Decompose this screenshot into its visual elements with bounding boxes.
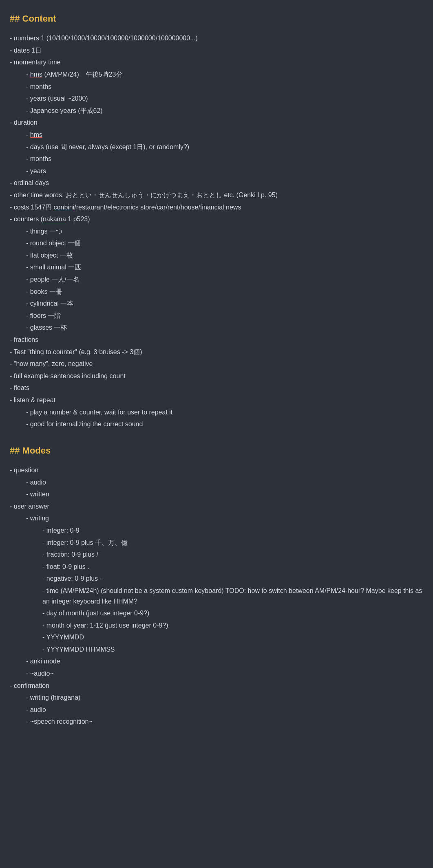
list-item: play a number & counter, wait for user t… xyxy=(10,406,423,419)
bullet xyxy=(10,192,14,198)
bullet xyxy=(10,384,14,391)
content-list: numbers 1 (10/100/1000/10000/100000/1000… xyxy=(10,32,423,430)
bullet xyxy=(26,706,30,713)
bullet xyxy=(26,83,30,90)
item-text: ordinal days xyxy=(14,179,49,186)
item-text: audio xyxy=(30,706,46,713)
modes-section: ## Modes question audio written user ans… xyxy=(10,443,423,728)
bullet xyxy=(10,59,14,66)
bullet xyxy=(26,312,30,319)
item-text: ~speech recognition~ xyxy=(30,718,93,725)
item-text: numbers 1 (10/100/1000/10000/100000/1000… xyxy=(14,35,198,42)
list-item: years xyxy=(10,165,423,177)
bullet xyxy=(26,421,30,427)
bullet xyxy=(26,515,30,522)
modes-heading: ## Modes xyxy=(10,443,423,458)
item-text: good for internalizing the correct sound xyxy=(30,421,143,427)
list-item: listen & repeat xyxy=(10,394,423,406)
bullet xyxy=(26,479,30,486)
list-item: floors 一階 xyxy=(10,310,423,322)
list-item: month of year: 1-12 (just use integer 0-… xyxy=(10,619,423,632)
item-text: negative: 0-9 plus - xyxy=(46,575,102,582)
bullet xyxy=(26,670,30,677)
list-item: books 一冊 xyxy=(10,286,423,298)
item-text: small animal 一匹 xyxy=(30,264,81,271)
item-text: flat object 一枚 xyxy=(30,252,73,259)
page-content: ## Content numbers 1 (10/100/1000/10000/… xyxy=(10,11,423,728)
item-text: books 一冊 xyxy=(30,288,62,295)
list-item: flat object 一枚 xyxy=(10,249,423,262)
item-text: anki mode xyxy=(30,658,60,665)
bullet xyxy=(10,467,14,474)
item-text: time (AM/PM/24h) (should not be a system… xyxy=(42,587,422,605)
list-item: momentary time xyxy=(10,56,423,68)
list-item: counters (nakama 1 p523) xyxy=(10,213,423,225)
item-text: duration xyxy=(14,119,38,126)
list-item: cylindrical 一本 xyxy=(10,297,423,310)
item-text: fractions xyxy=(14,336,38,343)
bullet xyxy=(42,610,46,617)
bullet xyxy=(26,288,30,295)
list-item: ~speech recognition~ xyxy=(10,716,423,728)
list-item: hms xyxy=(10,129,423,141)
item-text: months xyxy=(30,155,51,162)
item-text: YYYYMMDD xyxy=(46,634,84,641)
item-text: round object 一個 xyxy=(30,240,81,247)
bullet xyxy=(42,622,46,629)
list-item: confirmation xyxy=(10,680,423,692)
bullet xyxy=(26,95,30,102)
bullet xyxy=(10,47,14,54)
list-item: other time words: おととい・せんせんしゅう・にかげつまえ・おと… xyxy=(10,189,423,201)
item-text: hms xyxy=(30,131,42,138)
list-item: YYYYMMDD xyxy=(10,631,423,643)
bullet xyxy=(10,204,14,211)
bullet xyxy=(26,155,30,162)
item-text: written xyxy=(30,491,49,498)
bullet xyxy=(10,336,14,343)
item-text: question xyxy=(14,467,39,474)
list-item: day of month (just use integer 0-9?) xyxy=(10,607,423,619)
item-text: integer: 0-9 xyxy=(46,527,80,534)
bullet xyxy=(42,563,46,570)
list-item: integer: 0-9 plus 千、万、億 xyxy=(10,537,423,549)
item-text: hms (AM/PM/24) 午後5時23分 xyxy=(30,71,123,78)
item-text: listen & repeat xyxy=(14,397,55,403)
list-item: negative: 0-9 plus - xyxy=(10,573,423,585)
bullet xyxy=(10,119,14,126)
hms-underline: hms xyxy=(30,71,42,78)
bullet xyxy=(26,107,30,114)
bullet xyxy=(10,397,14,403)
list-item: Japanese years (平成62) xyxy=(10,105,423,117)
item-text: audio xyxy=(30,479,46,486)
bullet xyxy=(26,409,30,416)
list-item: integer: 0-9 xyxy=(10,524,423,537)
bullet xyxy=(26,252,30,259)
list-item: writing (hiragana) xyxy=(10,692,423,704)
list-item: duration xyxy=(10,117,423,129)
item-text: people 一人/一名 xyxy=(30,276,80,283)
item-text: day of month (just use integer 0-9?) xyxy=(46,610,150,617)
list-item: float: 0-9 plus . xyxy=(10,561,423,573)
bullet xyxy=(26,718,30,725)
bullet xyxy=(26,143,30,150)
item-text: "how many", zero, negative xyxy=(14,360,93,367)
hms-underline2: hms xyxy=(30,131,42,138)
content-heading: ## Content xyxy=(10,11,423,26)
item-text: months xyxy=(30,83,51,90)
item-text: costs 1547円 conbini/restaurant/electroni… xyxy=(14,204,241,211)
item-text: writing (hiragana) xyxy=(30,694,81,701)
list-item: fractions xyxy=(10,334,423,346)
bullet xyxy=(26,300,30,307)
item-text: play a number & counter, wait for user t… xyxy=(30,409,173,416)
list-item: glasses 一杯 xyxy=(10,322,423,334)
bullet xyxy=(10,372,14,379)
bullet xyxy=(26,167,30,174)
bullet xyxy=(10,682,14,689)
item-text: floats xyxy=(14,384,29,391)
item-text: ~audio~ xyxy=(30,670,54,677)
list-item: round object 一個 xyxy=(10,237,423,249)
item-text: month of year: 1-12 (just use integer 0-… xyxy=(46,622,168,629)
list-item: written xyxy=(10,488,423,500)
bullet xyxy=(10,503,14,510)
item-text: other time words: おととい・せんせんしゅう・にかげつまえ・おと… xyxy=(14,192,278,198)
